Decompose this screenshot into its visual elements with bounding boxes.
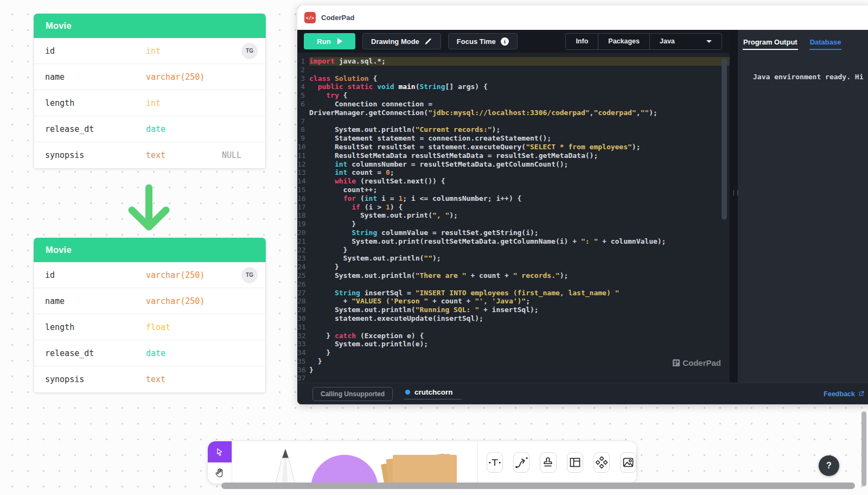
vertical-scrollbar[interactable]: [861, 411, 866, 486]
line-number: 34: [297, 348, 309, 357]
connector-tool-button[interactable]: [513, 452, 529, 473]
text-tool-button[interactable]: [487, 452, 503, 473]
code-text: }: [309, 220, 730, 229]
language-select[interactable]: Java: [649, 34, 722, 49]
line-number: 12: [297, 160, 309, 169]
table-row[interactable]: idintTG: [34, 38, 265, 64]
field-type: varchar(250): [146, 296, 222, 306]
code-line: 35 }: [297, 357, 730, 366]
line-number: 15: [297, 186, 309, 194]
feedback-link[interactable]: Feedback: [824, 390, 865, 398]
code-line: 2: [297, 66, 730, 74]
shapes-tool-button[interactable]: [593, 452, 610, 473]
field-name: synopsis: [45, 150, 146, 160]
table-row[interactable]: release_dtdate: [34, 116, 265, 142]
code-text: int count = 0;: [309, 168, 730, 177]
coderpad-brand: CoderPad: [321, 14, 354, 22]
window-header: </> CoderPad: [297, 5, 868, 30]
code-line: 21 System.out.print(resultSetMetaData.ge…: [297, 237, 730, 246]
select-tool-button[interactable]: [208, 441, 232, 462]
code-line: 24 }: [297, 263, 730, 271]
frame-tool-button[interactable]: [567, 452, 583, 473]
table-row[interactable]: synopsistextNULL: [34, 142, 265, 168]
code-line: 23 System.out.println("");: [297, 254, 730, 263]
line-number: 6: [297, 100, 309, 109]
image-tool-button[interactable]: [620, 452, 636, 473]
coderpad-watermark: CoderPad: [672, 358, 721, 367]
panel-tabs: Program Output Database: [738, 30, 868, 53]
tab-program-output[interactable]: Program Output: [743, 33, 798, 50]
stamp-tool-button[interactable]: [540, 452, 556, 473]
horizontal-scrollbar[interactable]: [221, 483, 855, 489]
code-editor[interactable]: 1import java.sql.*;2 3class Solution {4 …: [297, 53, 730, 383]
code-text: [309, 280, 730, 289]
editor-column: Run Drawing Mode Focus Time i Info Packa…: [297, 30, 730, 383]
code-text: public static void main(String[] args) {: [309, 82, 730, 91]
code-line: 33 System.out.println(e);: [297, 340, 730, 348]
code-text: class Solution {: [309, 74, 730, 83]
code-text: }: [309, 366, 730, 375]
code-line: 12 int columnsNumber = resultSetMetaData…: [297, 160, 730, 169]
code-text: [309, 66, 730, 74]
chevron-down-icon: [706, 40, 712, 43]
line-number: 4: [297, 82, 309, 91]
external-link-icon: [858, 390, 865, 397]
table-row[interactable]: release_dtdate: [34, 340, 265, 366]
line-number: 14: [297, 177, 309, 186]
user-presence[interactable]: crutchcorn: [404, 388, 462, 399]
code-text: Statement statement = connection.createS…: [309, 134, 730, 143]
object-tool-buttons: [477, 441, 636, 484]
editor-scrollbar[interactable]: [722, 59, 727, 220]
stamp-icon: [541, 456, 554, 469]
table-row[interactable]: lengthfloat: [34, 314, 265, 340]
drawing-mode-button[interactable]: Drawing Mode: [362, 33, 441, 49]
line-number: 7: [297, 117, 309, 126]
cursor-arrow-icon: [214, 447, 225, 458]
table-row[interactable]: idvarchar(250)TG: [34, 262, 265, 288]
code-line: 13 int count = 0;: [297, 168, 730, 177]
line-number: 36: [297, 366, 309, 375]
table-row[interactable]: lengthint: [34, 90, 265, 116]
field-type: varchar(250): [146, 270, 222, 280]
code-text: ResultSet resultSet = statement.executeQ…: [309, 143, 730, 151]
line-number: 32: [297, 332, 309, 340]
packages-button[interactable]: Packages: [598, 34, 649, 49]
table-row[interactable]: synopsistext: [34, 366, 265, 392]
code-text: + "VALUES ('Person " + count + "', 'Java…: [309, 297, 730, 306]
line-number: 19: [297, 220, 309, 229]
pen-tool-button[interactable]: [271, 448, 299, 484]
line-number: 35: [297, 357, 309, 366]
sticky-note-tool-button[interactable]: [393, 455, 457, 484]
field-type: date: [146, 124, 222, 134]
table-row[interactable]: namevarchar(250): [34, 288, 265, 314]
coderpad-window: </> CoderPad Run Drawing Mode Focus Time…: [297, 5, 868, 404]
code-line: 5 try {: [297, 91, 730, 100]
info-icon: i: [501, 37, 509, 46]
pan-hand-tool-button[interactable]: [208, 462, 232, 484]
pane-resize-handle[interactable]: ||: [730, 30, 738, 383]
table-row[interactable]: namevarchar(250): [34, 64, 265, 90]
code-text: statement.executeUpdate(insertSql);: [309, 314, 730, 323]
field-name: release_dt: [45, 348, 146, 358]
line-number: 18: [297, 211, 309, 220]
code-text: [309, 117, 730, 126]
help-button[interactable]: ?: [819, 455, 839, 476]
code-text: String insertSql = "INSERT INTO employee…: [309, 289, 730, 297]
code-lines: 1import java.sql.*;2 3class Solution {4 …: [297, 57, 730, 383]
run-button[interactable]: Run: [304, 33, 355, 49]
tab-database[interactable]: Database: [809, 33, 842, 50]
line-number: 5: [297, 91, 309, 100]
shape-tools: [232, 441, 636, 484]
code-line: 7: [297, 117, 730, 126]
line-number: 31: [297, 323, 309, 332]
info-button[interactable]: Info: [566, 34, 598, 49]
calling-unsupported-button[interactable]: Calling Unsupported: [312, 387, 393, 401]
code-line: 27 String insertSql = "INSERT INTO emplo…: [297, 289, 730, 297]
code-text: Connection connection =: [309, 100, 730, 109]
code-text: System.out.println("Current records:");: [309, 125, 730, 134]
circle-tool-button[interactable]: [311, 455, 378, 484]
window-middle: Run Drawing Mode Focus Time i Info Packa…: [297, 30, 868, 383]
code-line: 18 System.out.print(", ");: [297, 211, 730, 220]
editor-toolbar: Run Drawing Mode Focus Time i Info Packa…: [297, 30, 730, 53]
focus-time-button[interactable]: Focus Time i: [448, 33, 518, 49]
